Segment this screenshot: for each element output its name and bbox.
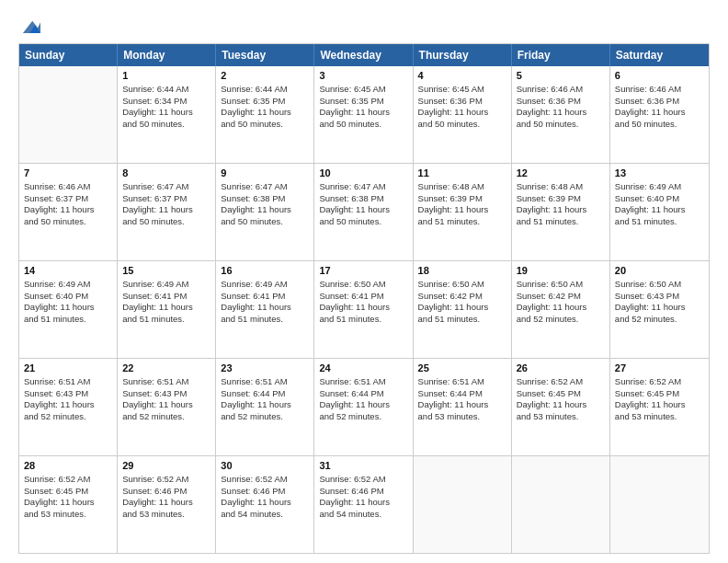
info-line: Daylight: 11 hours bbox=[418, 204, 506, 216]
info-line: Sunset: 6:44 PM bbox=[319, 388, 407, 400]
page: SundayMondayTuesdayWednesdayThursdayFrid… bbox=[0, 0, 728, 563]
col-header-tuesday: Tuesday bbox=[216, 44, 314, 66]
info-line: and 51 minutes. bbox=[517, 216, 605, 228]
info-line: Daylight: 11 hours bbox=[24, 302, 112, 314]
info-line: Sunset: 6:44 PM bbox=[221, 388, 309, 400]
info-line: Sunset: 6:41 PM bbox=[319, 291, 407, 303]
info-line: Sunrise: 6:52 AM bbox=[517, 376, 605, 388]
info-line: Sunrise: 6:48 AM bbox=[517, 181, 605, 193]
info-line: Sunset: 6:36 PM bbox=[418, 96, 506, 108]
col-header-monday: Monday bbox=[118, 44, 216, 66]
col-header-wednesday: Wednesday bbox=[314, 44, 413, 66]
info-line: Daylight: 11 hours bbox=[319, 399, 407, 411]
day-number: 9 bbox=[221, 167, 309, 180]
info-line: Daylight: 11 hours bbox=[319, 497, 407, 509]
info-line: Sunrise: 6:51 AM bbox=[122, 376, 210, 388]
empty-cell bbox=[610, 456, 709, 553]
logo bbox=[18, 17, 40, 36]
empty-cell bbox=[512, 456, 610, 553]
info-line: and 50 minutes. bbox=[221, 216, 309, 228]
info-line: and 52 minutes. bbox=[221, 411, 309, 423]
day-cell-20: 20Sunrise: 6:50 AMSunset: 6:43 PMDayligh… bbox=[610, 261, 709, 358]
info-line: and 51 minutes. bbox=[24, 314, 112, 326]
day-cell-3: 3Sunrise: 6:45 AMSunset: 6:35 PMDaylight… bbox=[314, 66, 413, 163]
day-number: 30 bbox=[221, 459, 309, 473]
info-line: Sunset: 6:43 PM bbox=[24, 388, 112, 400]
day-number: 14 bbox=[24, 264, 112, 278]
day-number: 28 bbox=[24, 459, 112, 473]
info-line: Sunrise: 6:46 AM bbox=[24, 181, 112, 193]
day-cell-18: 18Sunrise: 6:50 AMSunset: 6:42 PMDayligh… bbox=[414, 261, 512, 358]
info-line: Sunset: 6:39 PM bbox=[517, 193, 605, 205]
info-line: Daylight: 11 hours bbox=[221, 399, 309, 411]
info-line: Daylight: 11 hours bbox=[517, 204, 605, 216]
info-line: Sunset: 6:43 PM bbox=[122, 388, 210, 400]
day-number: 2 bbox=[221, 69, 309, 83]
info-line: Daylight: 11 hours bbox=[418, 107, 506, 119]
day-cell-2: 2Sunrise: 6:44 AMSunset: 6:35 PMDaylight… bbox=[216, 66, 314, 163]
info-line: Sunrise: 6:49 AM bbox=[24, 279, 112, 291]
info-line: Daylight: 11 hours bbox=[517, 107, 605, 119]
info-line: and 51 minutes. bbox=[615, 216, 704, 228]
day-cell-22: 22Sunrise: 6:51 AMSunset: 6:43 PMDayligh… bbox=[118, 359, 216, 455]
info-line: and 53 minutes. bbox=[418, 411, 506, 423]
info-line: Sunset: 6:44 PM bbox=[418, 388, 506, 400]
day-number: 1 bbox=[122, 69, 210, 83]
info-line: and 52 minutes. bbox=[319, 411, 407, 423]
info-line: Sunset: 6:34 PM bbox=[122, 96, 210, 108]
info-line: Daylight: 11 hours bbox=[517, 399, 605, 411]
day-number: 13 bbox=[615, 167, 704, 180]
day-cell-19: 19Sunrise: 6:50 AMSunset: 6:42 PMDayligh… bbox=[512, 261, 610, 358]
info-line: Sunrise: 6:52 AM bbox=[221, 474, 309, 486]
info-line: Sunrise: 6:47 AM bbox=[319, 181, 407, 193]
info-line: and 52 minutes. bbox=[517, 314, 605, 326]
info-line: and 50 minutes. bbox=[319, 119, 407, 131]
info-line: Sunset: 6:46 PM bbox=[122, 486, 210, 498]
info-line: Sunrise: 6:51 AM bbox=[319, 376, 407, 388]
day-number: 27 bbox=[615, 362, 704, 375]
info-line: Daylight: 11 hours bbox=[517, 302, 605, 314]
day-number: 3 bbox=[319, 69, 407, 83]
info-line: Sunset: 6:45 PM bbox=[517, 388, 605, 400]
info-line: Sunset: 6:40 PM bbox=[24, 291, 112, 303]
calendar-row-4: 21Sunrise: 6:51 AMSunset: 6:43 PMDayligh… bbox=[19, 359, 709, 456]
info-line: Sunset: 6:40 PM bbox=[615, 193, 704, 205]
info-line: and 53 minutes. bbox=[615, 411, 704, 423]
day-number: 22 bbox=[122, 362, 210, 375]
info-line: Daylight: 11 hours bbox=[319, 204, 407, 216]
info-line: Daylight: 11 hours bbox=[319, 107, 407, 119]
info-line: Sunrise: 6:51 AM bbox=[418, 376, 506, 388]
info-line: Daylight: 11 hours bbox=[221, 302, 309, 314]
day-number: 7 bbox=[24, 167, 112, 180]
info-line: Daylight: 11 hours bbox=[122, 107, 210, 119]
info-line: Daylight: 11 hours bbox=[122, 302, 210, 314]
info-line: Sunrise: 6:46 AM bbox=[615, 84, 704, 96]
info-line: Sunrise: 6:49 AM bbox=[122, 279, 210, 291]
header bbox=[18, 14, 710, 36]
info-line: Sunset: 6:46 PM bbox=[319, 486, 407, 498]
day-cell-5: 5Sunrise: 6:46 AMSunset: 6:36 PMDaylight… bbox=[512, 66, 610, 163]
info-line: Sunset: 6:36 PM bbox=[615, 96, 704, 108]
day-number: 26 bbox=[517, 362, 605, 375]
info-line: and 53 minutes. bbox=[24, 509, 112, 521]
info-line: and 52 minutes. bbox=[615, 314, 704, 326]
info-line: Sunset: 6:38 PM bbox=[221, 193, 309, 205]
day-cell-16: 16Sunrise: 6:49 AMSunset: 6:41 PMDayligh… bbox=[216, 261, 314, 358]
info-line: Sunset: 6:43 PM bbox=[615, 291, 704, 303]
calendar-row-2: 7Sunrise: 6:46 AMSunset: 6:37 PMDaylight… bbox=[19, 164, 709, 261]
info-line: Sunrise: 6:45 AM bbox=[319, 84, 407, 96]
info-line: Sunset: 6:35 PM bbox=[319, 96, 407, 108]
info-line: and 50 minutes. bbox=[221, 119, 309, 131]
day-cell-27: 27Sunrise: 6:52 AMSunset: 6:45 PMDayligh… bbox=[610, 359, 709, 455]
day-cell-10: 10Sunrise: 6:47 AMSunset: 6:38 PMDayligh… bbox=[314, 164, 413, 260]
day-cell-21: 21Sunrise: 6:51 AMSunset: 6:43 PMDayligh… bbox=[19, 359, 118, 455]
info-line: and 50 minutes. bbox=[615, 119, 704, 131]
info-line: Sunrise: 6:44 AM bbox=[221, 84, 309, 96]
day-number: 5 bbox=[517, 69, 605, 83]
info-line: and 51 minutes. bbox=[418, 314, 506, 326]
info-line: and 50 minutes. bbox=[517, 119, 605, 131]
info-line: Sunset: 6:41 PM bbox=[122, 291, 210, 303]
empty-cell bbox=[414, 456, 512, 553]
info-line: Daylight: 11 hours bbox=[122, 497, 210, 509]
info-line: Daylight: 11 hours bbox=[24, 204, 112, 216]
